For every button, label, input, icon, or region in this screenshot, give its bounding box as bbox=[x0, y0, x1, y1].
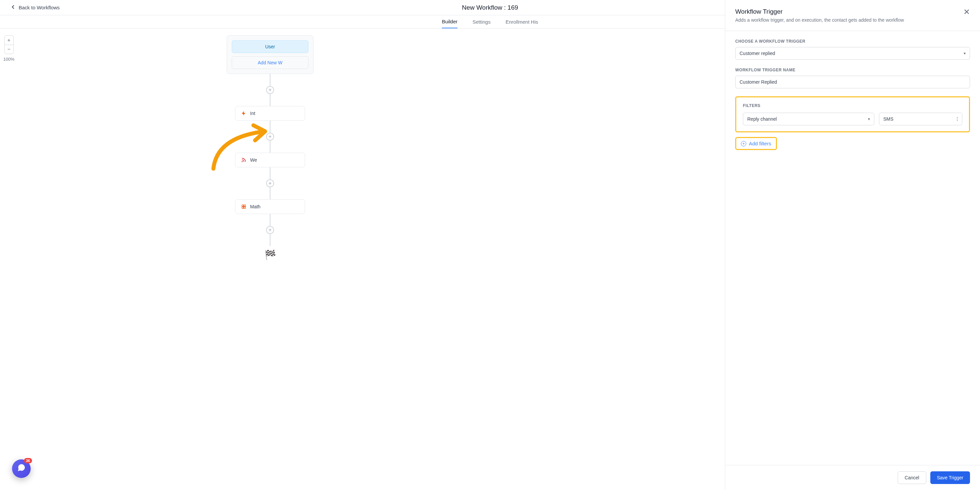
sort-icon: ▴▾ bbox=[957, 116, 958, 122]
select-value: SMS bbox=[883, 116, 893, 122]
chevron-down-icon: ▾ bbox=[964, 51, 966, 56]
trigger-name-input[interactable] bbox=[735, 76, 970, 88]
bolt-icon bbox=[241, 110, 247, 116]
chevron-left-icon bbox=[10, 4, 16, 11]
add-node-button[interactable]: + bbox=[266, 86, 274, 94]
back-link-label: Back to Workflows bbox=[19, 5, 60, 10]
svg-rect-2 bbox=[244, 205, 246, 207]
chevron-down-icon: ▾ bbox=[868, 117, 870, 121]
tab-enrollment-history[interactable]: Enrollment His bbox=[506, 15, 538, 28]
chat-icon bbox=[17, 463, 26, 475]
chat-badge: 36 bbox=[24, 458, 32, 463]
panel-footer: Cancel Save Trigger bbox=[725, 465, 980, 490]
connector-line bbox=[270, 234, 270, 246]
trigger-choose-label: CHOOSE A WORKFLOW TRIGGER bbox=[735, 39, 970, 44]
panel-header: Workflow Trigger Adds a workflow trigger… bbox=[725, 0, 980, 31]
zoom-controls: + − 100% bbox=[3, 35, 14, 62]
tab-builder[interactable]: Builder bbox=[442, 15, 458, 28]
workflow-trigger-panel: Workflow Trigger Adds a workflow trigger… bbox=[725, 0, 980, 490]
trigger-name-block: WORKFLOW TRIGGER NAME bbox=[735, 68, 970, 88]
connector-line bbox=[270, 187, 270, 199]
tab-settings[interactable]: Settings bbox=[473, 15, 490, 28]
annotation-arrow-icon bbox=[207, 122, 274, 175]
add-filters-label: Add filters bbox=[749, 141, 771, 146]
trigger-type-select[interactable]: Customer replied ▾ bbox=[735, 47, 970, 60]
trigger-pill[interactable]: User bbox=[232, 40, 309, 53]
back-to-workflows-link[interactable]: Back to Workflows bbox=[10, 4, 60, 11]
panel-title: Workflow Trigger bbox=[735, 8, 904, 15]
trigger-name-label: WORKFLOW TRIGGER NAME bbox=[735, 68, 970, 72]
connector-line bbox=[270, 94, 270, 106]
node-label: Int bbox=[250, 111, 255, 116]
filter-field-select[interactable]: Reply channel ▾ bbox=[743, 113, 874, 125]
zoom-out-button[interactable]: − bbox=[4, 45, 14, 54]
chat-widget-button[interactable]: 36 bbox=[12, 459, 31, 478]
filter-row: Reply channel ▾ SMS ▴▾ bbox=[743, 113, 963, 125]
zoom-in-button[interactable]: + bbox=[4, 35, 14, 45]
close-icon: ✕ bbox=[963, 7, 970, 16]
select-value: Customer replied bbox=[740, 51, 775, 56]
filters-label: FILTERS bbox=[743, 103, 963, 108]
connector-line bbox=[270, 74, 270, 86]
svg-rect-4 bbox=[244, 207, 246, 208]
finish-flag-icon: 🏁 bbox=[264, 249, 276, 260]
panel-body: CHOOSE A WORKFLOW TRIGGER Customer repli… bbox=[725, 31, 980, 465]
workflow-node-card[interactable]: Int bbox=[235, 106, 305, 121]
trigger-choose-block: CHOOSE A WORKFLOW TRIGGER Customer repli… bbox=[735, 39, 970, 60]
svg-rect-1 bbox=[242, 205, 244, 207]
filter-value-select[interactable]: SMS ▴▾ bbox=[879, 113, 963, 125]
trigger-box[interactable]: User Add New W bbox=[227, 35, 313, 74]
svg-rect-3 bbox=[242, 207, 244, 208]
add-node-button[interactable]: + bbox=[266, 179, 274, 187]
zoom-percent-label: 100% bbox=[3, 57, 14, 62]
add-node-button[interactable]: + bbox=[266, 226, 274, 234]
add-new-trigger-link[interactable]: Add New W bbox=[232, 56, 309, 69]
connector-line bbox=[270, 214, 270, 226]
select-value: Reply channel bbox=[747, 116, 777, 122]
close-panel-button[interactable]: ✕ bbox=[963, 8, 970, 16]
workflow-title: New Workflow : 169 bbox=[462, 4, 518, 11]
filters-section: FILTERS Reply channel ▾ SMS ▴▾ bbox=[735, 96, 970, 132]
save-trigger-button[interactable]: Save Trigger bbox=[930, 471, 970, 484]
cancel-button[interactable]: Cancel bbox=[898, 471, 926, 484]
node-label: Math bbox=[250, 204, 261, 209]
add-filters-button[interactable]: + Add filters bbox=[735, 137, 777, 150]
plus-circle-icon: + bbox=[741, 141, 746, 146]
math-icon bbox=[241, 204, 247, 210]
workflow-node-card[interactable]: Math bbox=[235, 199, 305, 214]
panel-subtitle: Adds a workflow trigger, and on executio… bbox=[735, 18, 904, 23]
